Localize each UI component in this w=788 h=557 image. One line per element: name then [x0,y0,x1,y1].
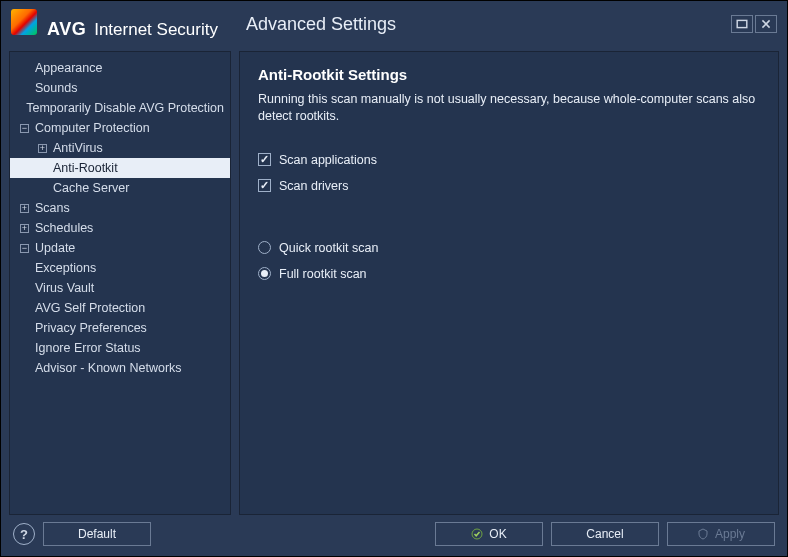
collapse-icon[interactable]: − [20,244,29,253]
ok-button[interactable]: OK [435,522,543,546]
tree-item-temporarily-disable-avg-protection[interactable]: Temporarily Disable AVG Protection [10,98,230,118]
default-button-label: Default [78,527,116,541]
apply-button-label: Apply [715,527,745,541]
panel-heading: Anti-Rootkit Settings [258,66,760,83]
expand-icon[interactable]: + [20,224,29,233]
tree-item-label: Ignore Error Status [35,341,141,355]
shield-icon [697,528,709,540]
checkbox-icon [258,179,271,192]
radio-label: Quick rootkit scan [279,241,378,255]
tree-item-advisor-known-networks[interactable]: Advisor - Known Networks [10,358,230,378]
tree-item-label: Anti-Rootkit [53,161,118,175]
tree-item-computer-protection[interactable]: −Computer Protection [10,118,230,138]
help-icon: ? [20,527,28,542]
radio-quick-rootkit-scan[interactable]: Quick rootkit scan [258,241,760,255]
tree-item-label: AVG Self Protection [35,301,145,315]
tree-item-cache-server[interactable]: Cache Server [10,178,230,198]
tree-item-label: Privacy Preferences [35,321,147,335]
avg-logo-icon [11,9,37,35]
checkbox-scan-applications[interactable]: Scan applications [258,153,760,167]
tree-item-anti-rootkit[interactable]: Anti-Rootkit [10,158,230,178]
tree-spacer [38,164,47,173]
settings-tree: AppearanceSoundsTemporarily Disable AVG … [9,51,231,515]
tree-item-label: Computer Protection [35,121,150,135]
tree-item-label: Update [35,241,75,255]
expand-icon[interactable]: + [38,144,47,153]
apply-button[interactable]: Apply [667,522,775,546]
tree-item-update[interactable]: −Update [10,238,230,258]
maximize-button[interactable] [731,15,753,33]
tree-item-label: Temporarily Disable AVG Protection [26,101,224,115]
tree-item-scans[interactable]: +Scans [10,198,230,218]
checkbox-scan-drivers[interactable]: Scan drivers [258,179,760,193]
tree-spacer [20,64,29,73]
settings-panel: Anti-Rootkit Settings Running this scan … [239,51,779,515]
panel-description: Running this scan manually is not usuall… [258,91,760,125]
tree-item-antivirus[interactable]: +AntiVirus [10,138,230,158]
cancel-button[interactable]: Cancel [551,522,659,546]
tree-item-label: Scans [35,201,70,215]
tree-item-label: Advisor - Known Networks [35,361,182,375]
tree-item-privacy-preferences[interactable]: Privacy Preferences [10,318,230,338]
svg-rect-0 [737,20,747,27]
brand-prefix: AVG [47,19,86,40]
checkbox-label: Scan drivers [279,179,348,193]
close-button[interactable] [755,15,777,33]
tree-item-exceptions[interactable]: Exceptions [10,258,230,278]
checkbox-icon [258,153,271,166]
tree-spacer [20,344,29,353]
brand-suffix: Internet Security [94,20,218,40]
radio-full-rootkit-scan[interactable]: Full rootkit scan [258,267,760,281]
radio-label: Full rootkit scan [279,267,367,281]
tree-spacer [20,364,29,373]
tree-item-appearance[interactable]: Appearance [10,58,230,78]
expand-icon[interactable]: + [20,204,29,213]
tree-item-label: Appearance [35,61,102,75]
tree-item-label: Cache Server [53,181,129,195]
tree-item-label: Virus Vault [35,281,94,295]
tree-item-schedules[interactable]: +Schedules [10,218,230,238]
tree-spacer [20,304,29,313]
tree-item-avg-self-protection[interactable]: AVG Self Protection [10,298,230,318]
help-button[interactable]: ? [13,523,35,545]
radio-icon [258,267,271,280]
section-title: Advanced Settings [246,14,396,35]
maximize-icon [736,18,748,30]
close-icon [760,18,772,30]
tree-item-label: Exceptions [35,261,96,275]
ok-button-label: OK [489,527,506,541]
window-controls [731,15,777,33]
tree-item-sounds[interactable]: Sounds [10,78,230,98]
tree-item-label: AntiVirus [53,141,103,155]
checkbox-label: Scan applications [279,153,377,167]
tree-spacer [20,84,29,93]
radio-icon [258,241,271,254]
tree-spacer [20,264,29,273]
tree-item-label: Schedules [35,221,93,235]
tree-item-virus-vault[interactable]: Virus Vault [10,278,230,298]
tree-spacer [20,324,29,333]
tree-item-ignore-error-status[interactable]: Ignore Error Status [10,338,230,358]
tree-spacer [20,284,29,293]
ok-check-icon [471,528,483,540]
collapse-icon[interactable]: − [20,124,29,133]
tree-spacer [38,184,47,193]
default-button[interactable]: Default [43,522,151,546]
footer-bar: ? Default OK Cancel Apply [1,515,787,553]
tree-item-label: Sounds [35,81,77,95]
title-bar: AVG Internet Security Advanced Settings [1,1,787,47]
app-logo: AVG Internet Security [11,9,218,40]
cancel-button-label: Cancel [586,527,623,541]
